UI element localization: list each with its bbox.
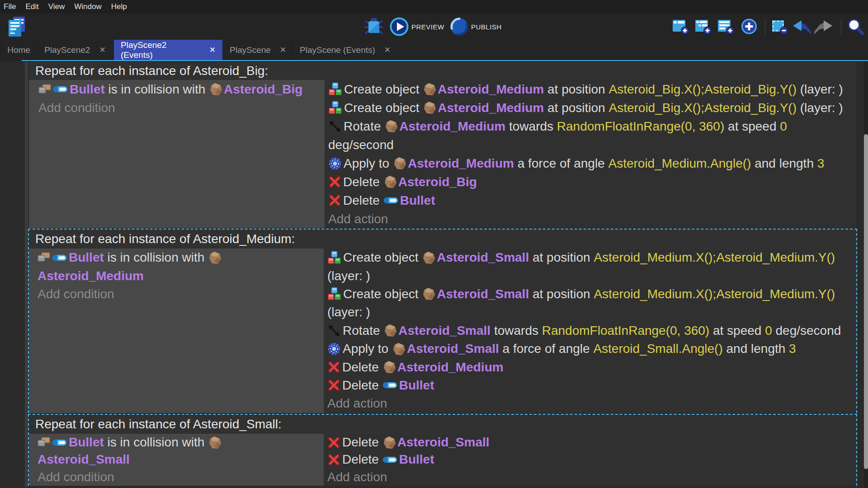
add-condition[interactable]: Add condition [29,469,324,486]
condition-row[interactable]: Bullet is in collision with [29,434,324,451]
actions-cell[interactable]: Create object Asteroid_Medium at positio… [325,80,856,228]
collision-icon [38,437,50,448]
text: Add action [328,212,388,226]
search-icon[interactable] [846,18,864,36]
action-row[interactable]: Apply to Asteroid_Small a force of angle… [324,340,856,358]
tab-close-icon[interactable]: ✕ [99,45,105,55]
object-name: Bullet [399,452,434,467]
debug-icon[interactable] [364,18,383,36]
action-row[interactable]: Create object Asteroid_Small at position… [324,285,856,303]
text: a force of angle [499,342,594,356]
preview-play-icon[interactable] [390,17,409,36]
object-name: Asteroid_Medium [438,101,544,115]
asteroid-icon [383,175,397,189]
tab-close-icon[interactable]: ✕ [209,45,216,55]
tab-home[interactable]: Home [0,40,37,60]
menu-view[interactable]: View [48,2,65,11]
event-header[interactable]: Repeat for each instance of Asteroid_Sma… [29,415,856,434]
add-circle-icon[interactable] [740,18,759,36]
publish-label[interactable]: PUBLISH [471,14,502,40]
delete-icon [327,361,340,374]
add-subevent-icon[interactable] [695,19,712,35]
action-row[interactable]: Apply to Asteroid_Medium a force of angl… [325,154,856,173]
text: Add condition [38,470,114,484]
tab-close-icon[interactable]: ✕ [384,45,391,55]
action-row[interactable]: Rotate Asteroid_Small towards RandomFloa… [324,322,856,340]
event-block[interactable]: Repeat for each instance of Asteroid_Sma… [28,414,857,486]
event-header[interactable]: Repeat for each instance of Asteroid_Med… [29,230,856,249]
action-row[interactable]: (layer: ) [324,303,856,321]
expression: 0 [780,119,787,134]
bullet-icon [53,85,68,93]
tab-playscene2-events-[interactable]: PlayScene2 (Events)✕ [114,40,222,60]
conditions-cell[interactable]: Bullet is in collision with Asteroid_Big… [29,80,325,228]
text: Delete [343,193,383,208]
add-condition[interactable]: Add condition [29,285,324,303]
expression: Asteroid_Small.Angle() [593,342,722,356]
action-row[interactable]: Delete Asteroid_Medium [324,358,856,376]
preview-label[interactable]: PREVIEW [411,14,444,40]
add-action[interactable]: Add action [324,394,856,413]
action-row[interactable]: Delete Bullet [325,191,856,210]
menu-window[interactable]: Window [74,2,101,11]
menu-edit[interactable]: Edit [25,2,38,11]
action-row[interactable]: (layer: ) [324,267,856,285]
actions-cell[interactable]: Create object Asteroid_Small at position… [324,249,856,413]
conditions-cell[interactable]: Bullet is in collision with Asteroid_Sma… [29,434,324,486]
condition-row[interactable]: Bullet is in collision with [29,249,324,267]
redo-icon[interactable] [813,19,833,36]
asteroid-icon [208,436,222,450]
expression: 3 [789,342,796,356]
apply-force-icon [327,342,341,356]
menu-help[interactable]: Help [111,2,127,11]
action-row[interactable]: Delete Bullet [324,451,856,468]
condition-row[interactable]: Bullet is in collision with Asteroid_Big [29,80,325,99]
action-row[interactable]: deg/second [325,136,856,154]
condition-row[interactable]: Asteroid_Medium [29,267,324,285]
menu-bar: FileEditViewWindowHelp [0,0,868,14]
text: and length [751,156,817,171]
scrollbar-thumb[interactable] [864,134,868,469]
object-name: Bullet [69,250,104,265]
remove-event-icon[interactable] [771,19,788,35]
text: at speed [724,119,780,134]
action-row[interactable]: Create object Asteroid_Small at position… [324,249,856,267]
text: Delete [342,360,382,375]
actions-cell[interactable]: Delete Asteroid_SmallDelete BulletAdd ac… [324,434,856,486]
object-name: Bullet [400,193,435,208]
text: at position [529,250,594,265]
asteroid-icon [382,360,396,374]
text: Create object [344,82,423,97]
conditions-cell[interactable]: Bullet is in collision with Asteroid_Med… [29,249,324,413]
expression: 0 [765,324,772,338]
event-block[interactable]: Repeat for each instance of Asteroid_Big… [29,62,856,228]
undo-icon[interactable] [792,19,812,36]
action-row[interactable]: Create object Asteroid_Medium at positio… [325,80,856,99]
tab-playscene-events-[interactable]: PlayScene (Events)✕ [292,40,399,60]
add-condition[interactable]: Add condition [29,99,325,117]
apply-force-icon [328,157,342,170]
add-event-icon[interactable] [672,19,689,35]
add-action[interactable]: Add action [325,210,856,228]
menu-file[interactable]: File [4,2,16,11]
action-row[interactable]: Delete Bullet [324,376,856,394]
event-block[interactable]: Repeat for each instance of Asteroid_Med… [28,229,857,413]
action-row[interactable]: Delete Asteroid_Small [324,434,856,451]
action-row[interactable]: Delete Asteroid_Big [325,173,856,191]
tab-close-icon[interactable]: ✕ [280,45,286,55]
scrollbar-track[interactable] [864,61,868,488]
publish-icon[interactable] [450,17,469,36]
condition-row[interactable]: Asteroid_Small [29,451,324,468]
text: deg/second [772,324,841,338]
add-comment-icon[interactable] [717,19,735,35]
add-action[interactable]: Add action [324,469,856,486]
expression: Asteroid_Medium.X();Asteroid_Medium.Y() [594,287,835,301]
tab-playscene[interactable]: PlayScene✕ [222,40,292,60]
action-row[interactable]: Create object Asteroid_Medium at positio… [325,99,856,117]
tab-playscene2[interactable]: PlayScene2✕ [37,40,114,60]
project-manager-icon[interactable] [8,16,26,37]
event-header[interactable]: Repeat for each instance of Asteroid_Big… [29,62,856,80]
object-name: Asteroid_Medium [397,360,504,375]
collision-icon [38,252,50,263]
action-row[interactable]: Rotate Asteroid_Medium towards RandomFlo… [325,117,856,136]
